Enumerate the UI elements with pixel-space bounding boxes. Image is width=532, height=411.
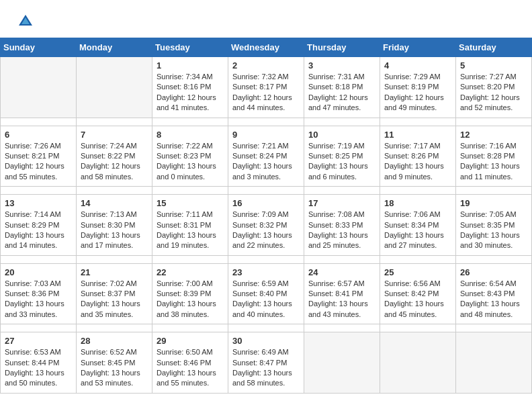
daylight-label: Daylight: 13 hours and 45 minutes. xyxy=(384,300,444,318)
separator-cell xyxy=(456,255,532,263)
sunset-label: Sunset: 8:32 PM xyxy=(232,221,287,229)
day-number: 11 xyxy=(384,130,452,140)
separator-cell xyxy=(380,255,456,263)
day-number: 20 xyxy=(5,267,73,277)
sunrise-label: Sunrise: 7:08 AM xyxy=(308,210,365,218)
day-number: 19 xyxy=(460,198,528,208)
separator-cell xyxy=(1,187,77,195)
calendar-day-cell: 17 Sunrise: 7:08 AM Sunset: 8:33 PM Dayl… xyxy=(304,195,380,256)
daylight-label: Daylight: 13 hours and 55 minutes. xyxy=(157,369,216,387)
day-number: 2 xyxy=(232,60,300,71)
daylight-label: Daylight: 13 hours and 33 minutes. xyxy=(5,300,64,318)
daylight-label: Daylight: 13 hours and 38 minutes. xyxy=(157,300,216,318)
day-info: Sunrise: 7:26 AM Sunset: 8:21 PM Dayligh… xyxy=(5,141,73,183)
sunrise-label: Sunrise: 7:02 AM xyxy=(81,279,137,287)
day-info: Sunrise: 7:06 AM Sunset: 8:34 PM Dayligh… xyxy=(384,210,452,251)
weekday-header: Friday xyxy=(380,38,456,57)
separator-cell xyxy=(380,324,456,332)
sunset-label: Sunset: 8:24 PM xyxy=(232,152,287,160)
daylight-label: Daylight: 13 hours and 25 minutes. xyxy=(308,231,368,249)
calendar-day-cell xyxy=(304,332,380,394)
day-number: 3 xyxy=(308,60,376,71)
day-number: 25 xyxy=(384,267,452,277)
sunset-label: Sunset: 8:23 PM xyxy=(157,152,211,160)
day-number: 8 xyxy=(157,130,224,140)
day-info: Sunrise: 6:49 AM Sunset: 8:47 PM Dayligh… xyxy=(232,347,300,389)
day-info: Sunrise: 6:53 AM Sunset: 8:44 PM Dayligh… xyxy=(5,347,73,389)
calendar-day-cell: 10 Sunrise: 7:19 AM Sunset: 8:25 PM Dayl… xyxy=(304,126,380,187)
separator-cell xyxy=(228,255,304,263)
sunset-label: Sunset: 8:26 PM xyxy=(384,152,439,160)
day-info: Sunrise: 7:11 AM Sunset: 8:31 PM Dayligh… xyxy=(157,210,224,251)
calendar-day-cell: 7 Sunrise: 7:24 AM Sunset: 8:22 PM Dayli… xyxy=(77,126,152,187)
calendar-day-cell: 30 Sunrise: 6:49 AM Sunset: 8:47 PM Dayl… xyxy=(228,332,304,394)
sunset-label: Sunset: 8:34 PM xyxy=(384,221,439,229)
day-number: 13 xyxy=(5,198,73,208)
sunrise-label: Sunrise: 7:31 AM xyxy=(308,73,365,81)
day-number: 16 xyxy=(232,198,300,208)
daylight-label: Daylight: 13 hours and 11 minutes. xyxy=(460,162,520,180)
separator-cell xyxy=(456,187,532,195)
sunset-label: Sunset: 8:19 PM xyxy=(384,83,439,91)
day-info: Sunrise: 7:03 AM Sunset: 8:36 PM Dayligh… xyxy=(5,279,73,320)
calendar-day-cell: 14 Sunrise: 7:13 AM Sunset: 8:30 PM Dayl… xyxy=(77,195,152,256)
separator-cell xyxy=(304,324,380,332)
calendar-day-cell: 25 Sunrise: 6:56 AM Sunset: 8:42 PM Dayl… xyxy=(380,263,456,324)
sunrise-label: Sunrise: 6:49 AM xyxy=(232,348,289,356)
calendar-day-cell: 1 Sunrise: 7:34 AM Sunset: 8:16 PM Dayli… xyxy=(152,57,228,118)
sunset-label: Sunset: 8:42 PM xyxy=(384,289,439,298)
sunset-label: Sunset: 8:47 PM xyxy=(232,359,287,367)
day-number: 27 xyxy=(5,336,73,346)
day-info: Sunrise: 6:59 AM Sunset: 8:40 PM Dayligh… xyxy=(232,279,300,320)
daylight-label: Daylight: 12 hours and 58 minutes. xyxy=(81,162,140,180)
day-number: 9 xyxy=(232,130,300,140)
calendar-day-cell: 24 Sunrise: 6:57 AM Sunset: 8:41 PM Dayl… xyxy=(304,263,380,324)
sunrise-label: Sunrise: 7:34 AM xyxy=(157,73,213,81)
calendar-week-row: 20 Sunrise: 7:03 AM Sunset: 8:36 PM Dayl… xyxy=(1,263,532,324)
sunrise-label: Sunrise: 7:16 AM xyxy=(460,142,517,150)
day-number: 1 xyxy=(157,60,224,71)
calendar-week-row: 6 Sunrise: 7:26 AM Sunset: 8:21 PM Dayli… xyxy=(1,126,532,187)
sunset-label: Sunset: 8:40 PM xyxy=(232,289,287,298)
week-separator-row xyxy=(1,118,532,126)
daylight-label: Daylight: 12 hours and 41 minutes. xyxy=(157,93,216,111)
weekday-header: Thursday xyxy=(304,38,380,57)
sunset-label: Sunset: 8:21 PM xyxy=(5,152,59,160)
day-number: 29 xyxy=(157,336,224,346)
sunrise-label: Sunrise: 7:14 AM xyxy=(5,210,61,218)
daylight-label: Daylight: 13 hours and 43 minutes. xyxy=(308,300,368,318)
day-number: 18 xyxy=(384,198,452,208)
daylight-label: Daylight: 13 hours and 48 minutes. xyxy=(460,300,520,318)
day-number: 7 xyxy=(81,130,148,140)
daylight-label: Daylight: 13 hours and 3 minutes. xyxy=(232,162,292,180)
calendar-day-cell xyxy=(380,332,456,394)
day-number: 28 xyxy=(81,336,148,346)
day-info: Sunrise: 7:00 AM Sunset: 8:39 PM Dayligh… xyxy=(157,279,224,320)
sunrise-label: Sunrise: 7:06 AM xyxy=(384,210,441,218)
calendar-day-cell xyxy=(456,332,532,394)
separator-cell xyxy=(1,118,77,126)
daylight-label: Daylight: 12 hours and 52 minutes. xyxy=(460,93,520,111)
sunset-label: Sunset: 8:16 PM xyxy=(157,83,211,91)
day-info: Sunrise: 7:34 AM Sunset: 8:16 PM Dayligh… xyxy=(157,72,224,113)
sunrise-label: Sunrise: 7:19 AM xyxy=(308,142,365,150)
separator-cell xyxy=(304,255,380,263)
daylight-label: Daylight: 13 hours and 30 minutes. xyxy=(460,231,520,249)
separator-cell xyxy=(228,187,304,195)
day-info: Sunrise: 7:16 AM Sunset: 8:28 PM Dayligh… xyxy=(460,141,528,183)
week-separator-row xyxy=(1,187,532,195)
separator-cell xyxy=(456,118,532,126)
day-info: Sunrise: 7:22 AM Sunset: 8:23 PM Dayligh… xyxy=(157,141,224,183)
sunrise-label: Sunrise: 7:24 AM xyxy=(81,142,137,150)
sunrise-label: Sunrise: 6:50 AM xyxy=(157,348,213,356)
day-number: 23 xyxy=(232,267,300,277)
separator-cell xyxy=(1,255,77,263)
day-number: 12 xyxy=(460,130,528,140)
day-number: 6 xyxy=(5,130,73,140)
daylight-label: Daylight: 13 hours and 14 minutes. xyxy=(5,231,64,249)
calendar-day-cell: 2 Sunrise: 7:32 AM Sunset: 8:17 PM Dayli… xyxy=(228,57,304,118)
separator-cell xyxy=(152,255,228,263)
sunset-label: Sunset: 8:46 PM xyxy=(157,359,211,367)
sunset-label: Sunset: 8:44 PM xyxy=(5,359,59,367)
calendar-day-cell: 6 Sunrise: 7:26 AM Sunset: 8:21 PM Dayli… xyxy=(1,126,77,187)
